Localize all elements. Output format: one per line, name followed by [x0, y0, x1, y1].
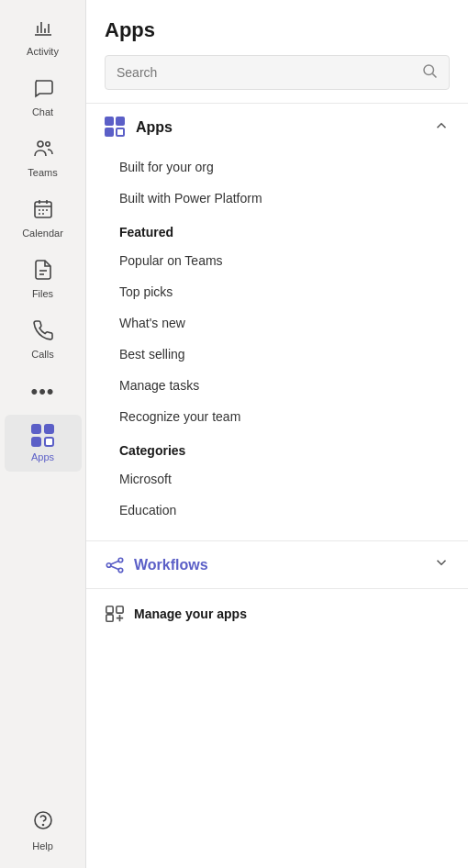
- sidebar: Activity Chat Teams: [0, 0, 86, 868]
- manage-apps-section[interactable]: Manage your apps: [86, 588, 468, 639]
- menu-item-best-selling[interactable]: Best selling: [105, 339, 450, 370]
- svg-point-17: [106, 562, 111, 567]
- menu-item-recognize-team[interactable]: Recognize your team: [105, 401, 450, 432]
- apps-section: Apps Built for your org Built with Power…: [86, 103, 468, 540]
- sidebar-item-apps-label: Apps: [31, 451, 54, 462]
- files-icon: [32, 259, 54, 284]
- apps-active-icon: [31, 424, 55, 448]
- apps-section-title: Apps: [136, 119, 173, 136]
- svg-point-14: [42, 825, 43, 826]
- main-header: Apps: [86, 0, 468, 103]
- apps-section-header[interactable]: Apps: [86, 104, 468, 151]
- sidebar-item-help[interactable]: Help: [5, 800, 82, 861]
- svg-point-0: [38, 141, 43, 147]
- apps-section-content: Built for your org Built with Power Plat…: [86, 151, 468, 540]
- apps-section-toggle-icon: [433, 117, 450, 139]
- svg-point-18: [118, 558, 123, 562]
- manage-apps-icon: [105, 604, 125, 624]
- svg-point-15: [424, 65, 434, 75]
- svg-rect-23: [117, 606, 123, 613]
- svg-line-16: [432, 73, 436, 77]
- sidebar-item-teams[interactable]: Teams: [5, 128, 82, 187]
- workflows-section-header-left: Workflows: [105, 555, 208, 575]
- sidebar-item-calls-label: Calls: [31, 349, 53, 360]
- sidebar-item-apps[interactable]: Apps: [5, 415, 82, 472]
- more-icon: •••: [30, 380, 54, 404]
- search-icon: [421, 62, 438, 83]
- sidebar-item-more[interactable]: •••: [5, 371, 82, 413]
- apps-section-icon: [105, 117, 127, 139]
- menu-item-popular-on-teams[interactable]: Popular on Teams: [105, 245, 450, 276]
- workflows-section-toggle-icon: [433, 554, 450, 575]
- menu-item-built-power-platform[interactable]: Built with Power Platform: [105, 183, 450, 214]
- workflows-section-header[interactable]: Workflows: [86, 541, 468, 588]
- chat-icon: [32, 77, 54, 103]
- apps-section-header-left: Apps: [105, 117, 173, 139]
- sidebar-item-teams-label: Teams: [28, 167, 57, 178]
- svg-point-19: [118, 568, 123, 573]
- calls-icon: [32, 319, 54, 345]
- help-icon: [32, 809, 54, 837]
- svg-rect-24: [106, 615, 113, 621]
- search-box[interactable]: [105, 55, 450, 90]
- sidebar-item-help-label: Help: [32, 840, 53, 851]
- sidebar-item-chat-label: Chat: [32, 106, 53, 117]
- svg-line-20: [111, 561, 118, 564]
- main-content: Apps Apps: [86, 0, 468, 868]
- categories-title: Categories: [105, 432, 450, 463]
- sidebar-item-calls[interactable]: Calls: [5, 310, 82, 369]
- sidebar-item-files-label: Files: [32, 288, 53, 299]
- activity-icon: [32, 17, 54, 42]
- sidebar-item-activity-label: Activity: [27, 46, 59, 57]
- workflows-section: Workflows: [86, 540, 468, 588]
- svg-line-21: [111, 565, 118, 569]
- sidebar-item-activity[interactable]: Activity: [5, 7, 82, 66]
- sidebar-item-calendar-label: Calendar: [22, 228, 63, 239]
- sidebar-item-files[interactable]: Files: [5, 250, 82, 308]
- calendar-icon: [32, 198, 54, 224]
- workflows-icon: [105, 555, 125, 575]
- featured-title: Featured: [105, 214, 450, 245]
- menu-item-top-picks[interactable]: Top picks: [105, 276, 450, 307]
- svg-rect-22: [106, 606, 113, 613]
- search-input[interactable]: [117, 65, 414, 80]
- manage-apps-label: Manage your apps: [134, 606, 247, 621]
- menu-item-whats-new[interactable]: What's new: [105, 307, 450, 339]
- menu-item-education[interactable]: Education: [105, 495, 450, 526]
- sidebar-item-chat[interactable]: Chat: [5, 68, 82, 127]
- teams-icon: [32, 138, 54, 163]
- menu-item-microsoft[interactable]: Microsoft: [105, 463, 450, 495]
- sidebar-item-calendar[interactable]: Calendar: [5, 189, 82, 248]
- menu-item-built-for-org[interactable]: Built for your org: [105, 151, 450, 183]
- page-title: Apps: [105, 18, 450, 42]
- svg-point-1: [45, 142, 49, 146]
- menu-item-manage-tasks[interactable]: Manage tasks: [105, 370, 450, 401]
- workflows-section-title: Workflows: [134, 557, 208, 573]
